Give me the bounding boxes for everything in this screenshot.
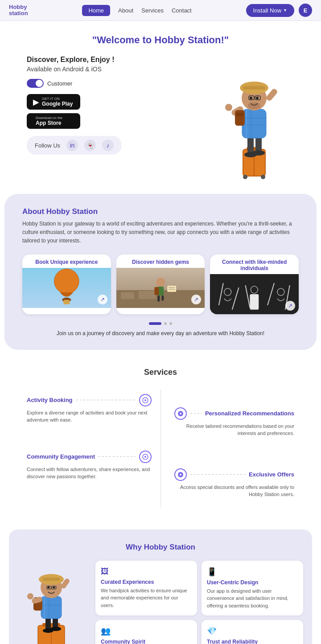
service-exclusive: Exclusive Offers Access special discount… <box>161 464 304 507</box>
user-centric-title: User-Centric Design <box>207 579 298 586</box>
card-book-image: ↗ <box>22 268 111 308</box>
service-pr-title: Personalized Recommendations <box>174 407 295 420</box>
why-card-trust: 💎 Trust and Reliability Partnering with … <box>202 620 303 644</box>
toggle-label: Customer <box>47 80 72 87</box>
nav-home[interactable]: Home <box>82 5 110 16</box>
snapchat-icon[interactable]: 👻 <box>84 139 96 151</box>
trust-title: Trust and Reliability <box>207 639 298 644</box>
card-connect-arrow[interactable]: ↗ <box>285 301 295 311</box>
services-section: Services Activity Booking Explore a dive… <box>0 354 321 521</box>
install-now-button[interactable]: Install Now <box>246 4 295 17</box>
svg-point-80 <box>48 586 50 588</box>
follow-bar: Follow Us in 👻 ♪ <box>27 136 122 155</box>
user-avatar[interactable]: E <box>299 4 312 17</box>
user-centric-icon: 📱 <box>207 567 298 577</box>
navbar: Hobby station Home About Services Contac… <box>0 0 321 21</box>
follow-label: Follow Us <box>35 142 60 149</box>
hero-title: "Welcome to Hobby Station!" <box>27 34 294 46</box>
why-card-community: 👥 Community Spirit Join a vibrant commun… <box>95 620 197 644</box>
svg-point-81 <box>53 586 55 588</box>
service-ce-title: Community Engagement <box>27 451 152 463</box>
card-book-title: Book Unique experience <box>22 254 111 268</box>
svg-rect-39 <box>167 286 176 292</box>
dot-2[interactable] <box>164 322 167 325</box>
feature-cards: Book Unique experience ↗ Discover hidden… <box>22 254 299 314</box>
hero-sub: Available on Android & iOS <box>27 66 205 73</box>
feature-card-discover: Discover hidden gems <box>116 254 205 314</box>
svg-rect-33 <box>138 291 156 299</box>
why-content: 🖼 Curated Experiences We handpick activi… <box>18 561 303 644</box>
svg-point-20 <box>250 97 252 99</box>
svg-point-34 <box>156 278 165 287</box>
svg-point-28 <box>54 269 79 294</box>
service-ab-icon <box>139 394 152 406</box>
services-title: Services <box>18 368 303 377</box>
why-section: Why Hobby Station <box>9 529 312 644</box>
service-ce-icon <box>139 451 152 463</box>
svg-point-3 <box>243 175 247 179</box>
curated-title: Curated Experiences <box>101 579 192 585</box>
dot-1[interactable] <box>149 322 161 325</box>
nav-logo: Hobby station <box>9 4 28 17</box>
card-connect-image: ↗ <box>210 274 299 314</box>
svg-rect-9 <box>242 109 266 138</box>
google-play-button[interactable]: ▶ GET IT ON Google Play <box>27 94 80 110</box>
service-line-1 <box>76 400 136 400</box>
about-desc: Hobby Station is your gateway to a world… <box>22 220 299 246</box>
linkedin-icon[interactable]: in <box>66 139 78 151</box>
about-footer: Join us on a journey of discovery and ma… <box>22 330 299 336</box>
svg-point-15 <box>225 104 232 111</box>
logo-text: Hobby station <box>9 4 28 17</box>
svg-rect-32 <box>121 292 134 299</box>
card-discover-title: Discover hidden gems <box>116 254 205 268</box>
service-eo-title: Exclusive Offers <box>174 468 295 481</box>
tiktok-icon[interactable]: ♪ <box>102 139 114 151</box>
nav-services[interactable]: Services <box>141 7 164 14</box>
svg-rect-51 <box>250 294 259 310</box>
nav-links: Home About Services Contact <box>82 5 191 16</box>
svg-rect-69 <box>41 596 62 619</box>
svg-rect-37 <box>157 295 160 301</box>
carousel-dots <box>22 322 299 325</box>
service-eo-desc: Access special discounts and offers avai… <box>174 484 295 498</box>
service-eo-icon <box>174 468 187 481</box>
hero-right <box>205 56 294 180</box>
about-title: About Hobby Station <box>22 207 299 216</box>
service-community: Community Engagement Connect with fellow… <box>18 446 160 489</box>
service-ab-desc: Explore a diverse range of activities an… <box>27 409 152 424</box>
hero-section: "Welcome to Hobby Station!" Discover, Ex… <box>0 21 321 189</box>
dot-3[interactable] <box>169 322 172 325</box>
service-pr-desc: Receive tailored recommendations based o… <box>174 422 295 437</box>
toggle-knob <box>36 80 43 87</box>
why-cards-grid: 🖼 Curated Experiences We handpick activi… <box>95 561 303 644</box>
card-discover-arrow[interactable]: ↗ <box>191 295 201 304</box>
svg-point-4 <box>261 175 265 179</box>
service-pr-icon <box>174 407 187 420</box>
svg-point-8 <box>252 150 265 156</box>
hero-illustration <box>207 56 292 180</box>
svg-point-53 <box>144 399 146 401</box>
service-line-4 <box>190 474 246 475</box>
hero-content: Discover, Explore, Enjoy ! Available on … <box>27 56 294 180</box>
svg-point-55 <box>144 456 146 458</box>
card-discover-image: ↗ <box>116 268 205 308</box>
app-store-button[interactable]: Download on the App Store <box>27 113 80 129</box>
svg-point-59 <box>180 474 181 476</box>
why-card-user-centric: 📱 User-Centric Design Our app is designe… <box>202 561 303 616</box>
svg-rect-79 <box>43 578 60 581</box>
customer-toggle[interactable] <box>27 79 44 88</box>
svg-point-57 <box>180 413 181 414</box>
community-icon: 👥 <box>101 626 192 636</box>
community-title: Community Spirit <box>101 639 192 644</box>
svg-rect-86 <box>28 594 32 598</box>
svg-rect-26 <box>235 110 245 126</box>
nav-contact[interactable]: Contact <box>172 7 192 14</box>
svg-rect-27 <box>236 113 243 116</box>
nav-about[interactable]: About <box>118 7 133 14</box>
svg-point-68 <box>50 627 61 631</box>
services-left-col: Activity Booking Explore a diverse range… <box>18 390 160 507</box>
service-line-3 <box>99 456 135 457</box>
card-book-arrow[interactable]: ↗ <box>98 295 107 304</box>
svg-rect-38 <box>161 295 164 300</box>
card-connect-title: Connect with like-minded individuals <box>210 254 299 274</box>
